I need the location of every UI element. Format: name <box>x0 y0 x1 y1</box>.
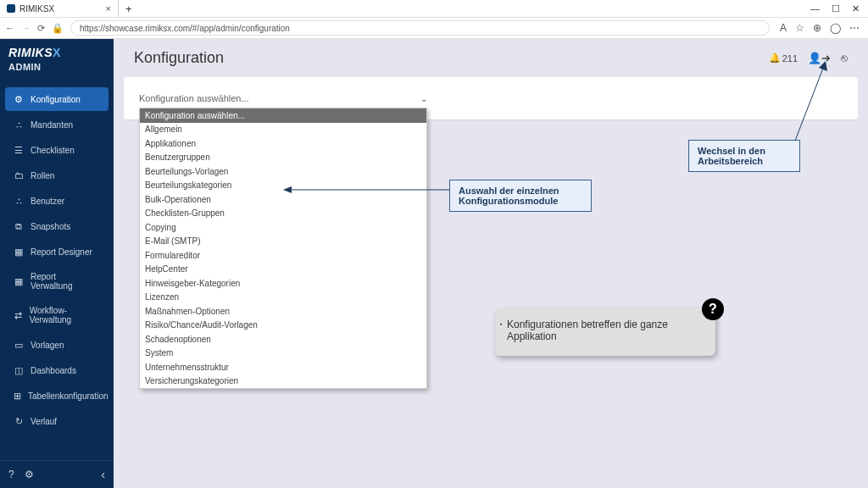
sidebar-item-icon: ⧉ <box>14 221 24 231</box>
sidebar-item-icon: ◫ <box>14 365 24 375</box>
sidebar-item-label: Report Verwaltung <box>31 272 100 291</box>
sidebar-nav: ⚙Konfiguration⛬Mandanten☰Checklisten🗀Rol… <box>0 86 114 460</box>
nav-lock-icon: 🔒 <box>52 23 64 34</box>
window-minimize-icon[interactable]: — <box>810 3 820 14</box>
sidebar-item-label: Verlauf <box>31 417 57 426</box>
sidebar-item-0[interactable]: ⚙Konfiguration <box>5 87 108 111</box>
sidebar-item-icon: ▦ <box>14 247 24 257</box>
config-option[interactable]: Lizenzen <box>140 291 426 305</box>
brand-block: RIMIKSX ADMIN <box>0 39 114 80</box>
window-close-icon[interactable]: ✕ <box>852 3 860 14</box>
config-option[interactable]: Schadenoptionen <box>140 332 426 347</box>
config-option[interactable]: HelpCenter <box>140 263 426 277</box>
sidebar-item-icon: ⛬ <box>14 119 24 130</box>
sidebar-item-6[interactable]: ▦Report Designer <box>5 240 108 263</box>
addr-favorite-icon[interactable]: ☆ <box>795 22 804 34</box>
sidebar-item-icon: ▦ <box>14 276 24 286</box>
sidebar-item-9[interactable]: ▭Vorlagen <box>5 333 108 357</box>
config-option[interactable]: Maßnahmen-Optionen <box>140 304 426 319</box>
config-select-dropdown[interactable]: Konfiguration auswählen...AllgemeinAppli… <box>139 108 427 389</box>
sidebar-item-label: Tabellenkonfiguration <box>28 391 108 401</box>
sidebar-item-8[interactable]: ⇄Workflow-Verwaltung <box>5 299 108 331</box>
config-option[interactable]: Konfiguration auswählen... <box>140 108 426 123</box>
config-option[interactable]: Unternehmensstruktur <box>140 360 426 374</box>
config-option[interactable]: Beurteilungs-Vorlagen <box>140 164 426 179</box>
new-tab-button[interactable]: + <box>119 3 139 15</box>
sidebar-item-label: Report Designer <box>31 247 92 257</box>
sidebar-item-label: Konfiguration <box>31 95 81 104</box>
addr-profile-icon[interactable]: ◯ <box>830 22 841 34</box>
logout-icon[interactable]: ⎋ <box>841 52 848 64</box>
window-maximize-icon[interactable]: ☐ <box>832 3 840 14</box>
config-option[interactable]: Bulk-Operationen <box>140 192 426 207</box>
sidebar-collapse-icon[interactable]: ‹ <box>101 468 105 481</box>
tip-box: Konfigurationen betreffen die ganze Appl… <box>495 308 715 356</box>
brand-admin-label: ADMIN <box>8 62 105 72</box>
sidebar-item-11[interactable]: ⊞Tabellenkonfiguration <box>5 384 108 408</box>
brand-logo: RIMIKSX <box>8 46 105 59</box>
config-option[interactable]: Hinweisgeber-Kategorien <box>140 276 426 291</box>
config-select-value: Konfiguration auswählen... <box>139 93 249 103</box>
tip-text: Konfigurationen betreffen die ganze Appl… <box>507 319 668 342</box>
sidebar-item-label: Workflow-Verwaltung <box>30 306 100 324</box>
notifications-button[interactable]: 🔔 211 <box>769 53 798 64</box>
browser-tab[interactable]: RIMIKSX × <box>0 0 119 17</box>
config-option[interactable]: System <box>140 347 426 361</box>
notification-count: 211 <box>782 53 798 64</box>
config-option[interactable]: Allgemein <box>140 123 426 137</box>
sidebar-item-label: Rollen <box>31 171 54 180</box>
sidebar-item-icon: 🗀 <box>14 170 24 180</box>
addr-ext1-icon[interactable]: A <box>780 22 787 34</box>
chevron-down-icon: ⌄ <box>420 94 427 103</box>
workspace-switch-icon[interactable]: 👤➜ <box>808 52 831 64</box>
sidebar-item-icon: ↻ <box>14 416 24 426</box>
config-card: Konfiguration auswählen... ⌄ Konfigurati… <box>124 77 858 119</box>
callout-workspace: Wechsel in den Arbeitsbereich <box>688 140 800 172</box>
sidebar-item-icon: ⇄ <box>14 310 23 320</box>
sidebar-item-label: Snapshots <box>31 222 70 231</box>
sidebar-item-4[interactable]: ⛬Benutzer <box>5 189 108 213</box>
addr-collections-icon[interactable]: ⊕ <box>813 22 821 34</box>
nav-reload-icon[interactable]: ⟳ <box>37 23 45 34</box>
nav-forward-icon[interactable]: → <box>21 23 31 33</box>
sidebar-item-label: Dashboards <box>31 366 76 375</box>
sidebar-item-3[interactable]: 🗀Rollen <box>5 164 108 187</box>
sidebar-item-label: Mandanten <box>31 120 73 130</box>
config-option[interactable]: Applikationen <box>140 136 426 151</box>
address-bar: ← → ⟳ 🔒 https://showcase.rimiksx.com/#/a… <box>0 17 868 39</box>
sidebar-help-icon[interactable]: ? <box>8 469 14 480</box>
page-header: Konfiguration 🔔 211 👤➜ ⎋ <box>114 39 868 77</box>
config-option[interactable]: Risiko/Chance/Audit-Vorlagen <box>140 319 426 333</box>
sidebar-item-icon: ⚙ <box>14 94 24 104</box>
sidebar-item-icon: ⊞ <box>14 391 21 401</box>
content-area: Konfiguration 🔔 211 👤➜ ⎋ Konfiguration a… <box>114 39 868 488</box>
config-option[interactable]: E-Mail (SMTP) <box>140 235 426 249</box>
sidebar-item-label: Vorlagen <box>31 341 64 350</box>
sidebar-item-icon: ☰ <box>14 145 24 155</box>
config-option[interactable]: Formulareditor <box>140 248 426 263</box>
sidebar-item-label: Benutzer <box>31 197 64 206</box>
sidebar-item-icon: ▭ <box>14 340 24 350</box>
sidebar-item-2[interactable]: ☰Checklisten <box>5 138 108 162</box>
sidebar-item-5[interactable]: ⧉Snapshots <box>5 214 108 238</box>
sidebar-settings-icon[interactable]: ⚙ <box>25 469 34 480</box>
bell-icon: 🔔 <box>769 53 781 64</box>
sidebar-item-7[interactable]: ▦Report Verwaltung <box>5 265 108 297</box>
sidebar-item-10[interactable]: ◫Dashboards <box>5 358 108 382</box>
sidebar-item-label: Checklisten <box>31 146 75 155</box>
tab-close-icon[interactable]: × <box>106 3 111 14</box>
tab-title: RIMIKSX <box>19 4 54 14</box>
sidebar-item-icon: ⛬ <box>14 196 24 206</box>
sidebar-item-1[interactable]: ⛬Mandanten <box>5 113 108 136</box>
addr-menu-icon[interactable]: ⋯ <box>849 22 860 34</box>
callout-modules: Auswahl der einzelnen Konfigurationsmodu… <box>449 180 592 212</box>
url-input[interactable]: https://showcase.rimiksx.com/#/app/admin… <box>70 20 770 36</box>
config-option[interactable]: Checklisten-Gruppen <box>140 207 426 221</box>
config-option[interactable]: Benutzergruppen <box>140 151 426 165</box>
sidebar-item-12[interactable]: ↻Verlauf <box>5 409 108 433</box>
config-option[interactable]: Beurteilungskategorien <box>140 179 426 193</box>
config-select[interactable]: Konfiguration auswählen... ⌄ <box>139 89 427 108</box>
config-option[interactable]: Copying <box>140 220 426 235</box>
nav-back-icon[interactable]: ← <box>5 23 14 33</box>
config-option[interactable]: Versicherungskategorien <box>140 374 426 389</box>
